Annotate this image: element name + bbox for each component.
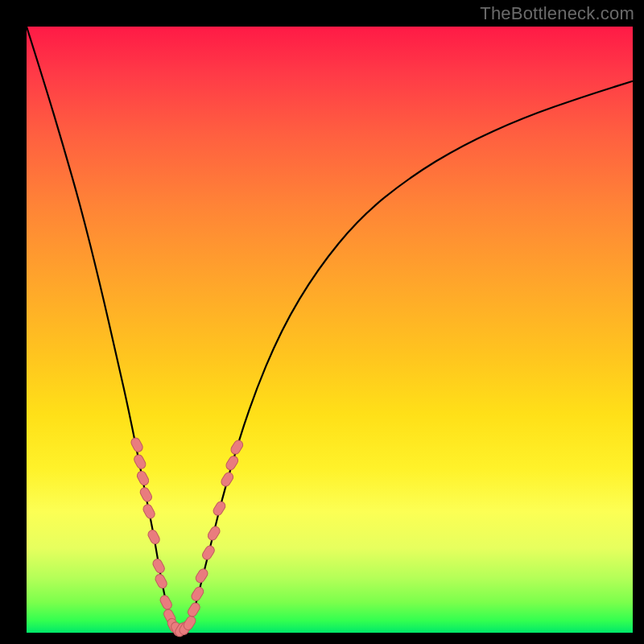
curve-marker <box>220 471 235 488</box>
curve-marker <box>225 455 240 472</box>
chart-svg <box>27 27 633 633</box>
curve-marker <box>159 594 173 611</box>
curve-marker <box>200 544 216 561</box>
curve-marker <box>130 436 144 453</box>
curve-markers <box>130 436 245 638</box>
curve-marker <box>147 529 161 546</box>
curve-marker <box>133 453 147 470</box>
curve-marker <box>206 525 221 542</box>
curve-marker <box>212 500 227 517</box>
curve-marker <box>190 585 205 602</box>
watermark-text: TheBottleneck.com <box>480 3 634 24</box>
curve-marker <box>142 503 156 520</box>
curve-marker <box>186 601 201 618</box>
curve-marker <box>151 558 166 575</box>
curve-marker <box>135 469 150 486</box>
curve-marker <box>138 486 153 503</box>
chart-frame: TheBottleneck.com <box>0 0 644 644</box>
curve-marker <box>229 439 245 456</box>
curve-marker <box>154 572 168 589</box>
bottleneck-curve <box>27 27 633 630</box>
plot-area <box>27 27 633 633</box>
curve-marker <box>194 568 209 584</box>
